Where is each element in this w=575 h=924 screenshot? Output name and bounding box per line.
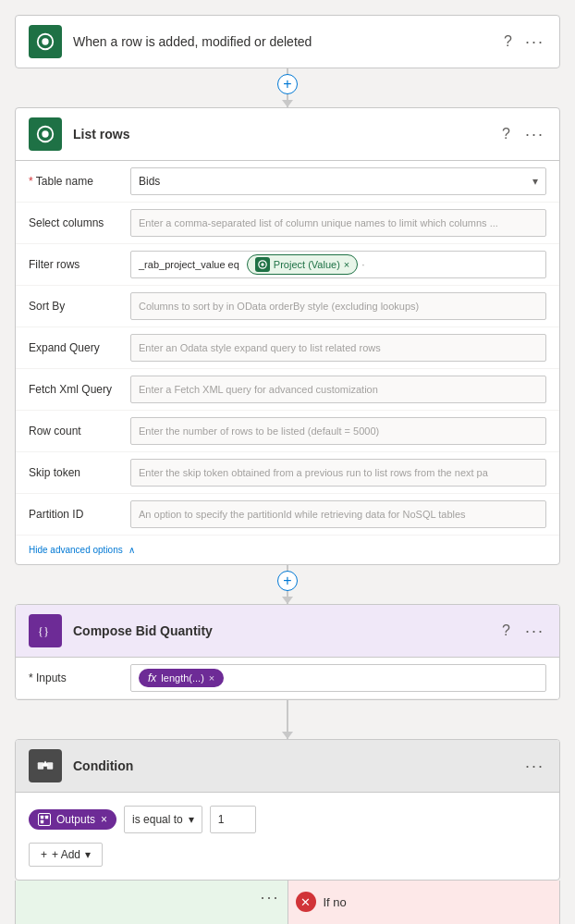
table-name-select[interactable]: Bids ▾ — [130, 167, 546, 195]
list-rows-help-button[interactable]: ? — [500, 124, 512, 144]
skip-token-row: Skip token Enter the skip token obtained… — [16, 452, 559, 494]
inputs-label: * Inputs — [29, 671, 130, 684]
select-columns-row: Select columns Enter a comma-separated l… — [16, 203, 559, 244]
branch-right: ✕ If no — [288, 881, 561, 924]
arrow-1 — [282, 100, 293, 107]
row-count-row: Row count Enter the number of rows to be… — [16, 411, 559, 452]
table-name-value: Bids — [139, 175, 160, 188]
filter-token-icon — [255, 257, 270, 272]
condition-body: Outputs × is equal to ▾ 1 + + Add ▾ — [16, 793, 559, 880]
svg-point-5 — [261, 263, 263, 265]
compose-help-button[interactable]: ? — [500, 621, 512, 641]
condition-more-button[interactable]: ··· — [523, 755, 546, 778]
condition-value-text: 1 — [218, 813, 225, 826]
condition-operator-chevron-icon: ▾ — [189, 813, 194, 826]
table-name-chevron-icon: ▾ — [532, 175, 538, 188]
sort-by-row: Sort By Columns to sort by in OData orde… — [16, 286, 559, 327]
add-condition-button[interactable]: + + Add ▾ — [29, 843, 103, 867]
fetch-xml-row: Fetch Xml Query Enter a Fetch XML query … — [16, 369, 559, 411]
hide-advanced-label: Hide advanced options — [29, 545, 123, 555]
sort-by-input[interactable]: Columns to sort by in OData orderBy styl… — [130, 292, 546, 320]
trigger-block: When a row is added, modified or deleted… — [15, 15, 560, 68]
filter-prefix: _rab_project_value eq — [139, 259, 239, 270]
compose-title: Compose Bid Quantity — [73, 623, 489, 638]
trigger-help-button[interactable]: ? — [502, 31, 514, 52]
condition-value-input[interactable]: 1 — [210, 806, 256, 833]
compose-header: {} Compose Bid Quantity ? ··· — [16, 605, 559, 658]
row-count-label: Row count — [29, 425, 130, 437]
svg-rect-12 — [45, 816, 48, 819]
filter-token-chip: Project (Value) × — [247, 254, 358, 275]
add-step-button-2[interactable]: + — [277, 571, 298, 591]
condition-row: Outputs × is equal to ▾ 1 — [29, 806, 546, 833]
filter-rows-input[interactable]: _rab_project_value eq Project (Value) × … — [130, 251, 546, 278]
fx-close-button[interactable]: × — [209, 672, 214, 684]
select-columns-placeholder: Enter a comma-separated list of column u… — [139, 217, 498, 228]
trigger-icon — [29, 25, 62, 58]
if-no-icon: ✕ — [296, 892, 316, 912]
sort-by-placeholder: Columns to sort by in OData orderBy styl… — [139, 301, 419, 312]
connector-3 — [287, 700, 288, 739]
compose-more-button[interactable]: ··· — [523, 620, 546, 643]
outputs-label: Outputs — [56, 813, 95, 826]
select-columns-input[interactable]: Enter a comma-separated list of column u… — [130, 209, 546, 237]
table-name-row: Table name Bids ▾ — [16, 161, 559, 203]
list-rows-card: List rows ? ··· Table name Bids ▾ Select… — [15, 107, 560, 565]
filter-rows-label: Filter rows — [29, 258, 130, 271]
if-no-label: If no — [324, 895, 347, 909]
condition-header: Condition ··· — [16, 740, 559, 793]
filter-token-label: Project (Value) — [274, 259, 340, 270]
trigger-more-button[interactable]: ··· — [523, 31, 546, 54]
skip-token-label: Skip token — [29, 466, 130, 479]
partition-id-row: Partition ID An option to specify the pa… — [16, 494, 559, 536]
fetch-xml-label: Fetch Xml Query — [29, 383, 130, 396]
select-columns-label: Select columns — [29, 216, 130, 229]
list-rows-icon — [29, 117, 62, 151]
partition-id-input[interactable]: An option to specify the partitionId whi… — [130, 500, 546, 528]
list-rows-more-button[interactable]: ··· — [523, 123, 546, 146]
connector-2: + — [287, 565, 288, 604]
trigger-actions: ? ··· — [502, 31, 546, 54]
list-rows-header: List rows ? ··· — [16, 108, 559, 161]
inputs-field[interactable]: fx length(...) × — [130, 664, 546, 692]
svg-rect-13 — [41, 820, 43, 823]
condition-icon — [29, 749, 62, 782]
filter-rows-row: Filter rows _rab_project_value eq Projec… — [16, 244, 559, 286]
hide-advanced-options-link[interactable]: Hide advanced options ∧ — [16, 536, 559, 564]
expand-query-label: Expand Query — [29, 341, 130, 354]
expand-query-row: Expand Query Enter an Odata style expand… — [16, 327, 559, 369]
condition-operator-select[interactable]: is equal to ▾ — [124, 806, 202, 833]
condition-title: Condition — [73, 758, 512, 773]
branch-container: ··· ✕ If no — [15, 881, 560, 924]
outputs-icon — [38, 813, 51, 826]
plus-icon: + — [41, 848, 47, 861]
connector-1: + — [287, 68, 288, 107]
table-name-label: Table name — [29, 175, 130, 188]
inputs-row: * Inputs fx length(...) × — [16, 658, 559, 699]
svg-point-1 — [42, 38, 48, 44]
fetch-xml-input[interactable]: Enter a Fetch XML query for advanced cus… — [130, 376, 546, 403]
add-label: + Add — [52, 848, 80, 861]
svg-rect-11 — [41, 816, 43, 819]
outputs-chip: Outputs × — [29, 809, 116, 830]
branch-left-more-button[interactable]: ··· — [260, 888, 279, 907]
skip-token-input[interactable]: Enter the skip token obtained from a pre… — [130, 459, 546, 487]
list-rows-title: List rows — [73, 127, 489, 142]
svg-point-3 — [42, 130, 48, 137]
arrow-3 — [282, 732, 293, 739]
expand-query-placeholder: Enter an Odata style expand query to lis… — [139, 342, 381, 353]
outputs-close-button[interactable]: × — [101, 813, 107, 826]
fx-icon: fx — [148, 671, 156, 684]
skip-token-placeholder: Enter the skip token obtained from a pre… — [139, 467, 488, 478]
condition-card: Condition ··· Outputs × is — [15, 739, 560, 881]
fx-chip: fx length(...) × — [139, 669, 224, 687]
add-step-button-1[interactable]: + — [277, 74, 298, 94]
expand-query-input[interactable]: Enter an Odata style expand query to lis… — [130, 334, 546, 362]
add-chevron-icon: ▾ — [85, 848, 91, 861]
condition-operator-label: is equal to — [132, 813, 183, 826]
fetch-xml-placeholder: Enter a Fetch XML query for advanced cus… — [139, 384, 378, 395]
sort-by-label: Sort By — [29, 300, 130, 313]
filter-token-close[interactable]: × — [344, 259, 349, 270]
trigger-title: When a row is added, modified or deleted — [73, 34, 491, 49]
row-count-input[interactable]: Enter the number of rows to be listed (d… — [130, 417, 546, 445]
